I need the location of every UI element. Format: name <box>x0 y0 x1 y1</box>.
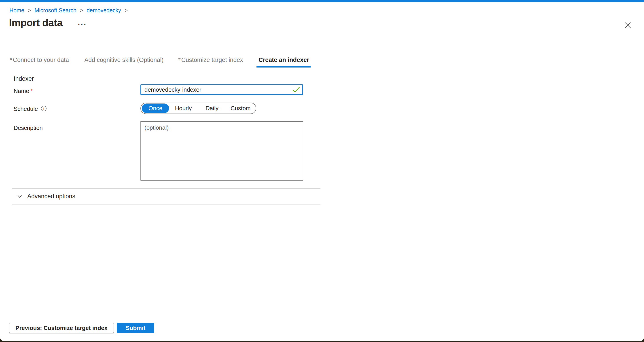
chevron-down-icon <box>16 193 23 200</box>
footer-divider <box>0 314 644 314</box>
tab-bar: *Connect to your data Add cognitive skil… <box>9 56 310 68</box>
name-field-label: Name* <box>14 88 33 94</box>
breadcrumb-separator-icon: > <box>28 7 31 14</box>
schedule-field-label: Schedule <box>14 106 38 112</box>
import-data-blade: Home > Microsoft.Search > demovedecky > … <box>0 0 644 341</box>
advanced-options-label: Advanced options <box>27 193 75 200</box>
breadcrumb-home-link[interactable]: Home <box>10 7 24 14</box>
submit-button[interactable]: Submit <box>117 323 154 333</box>
name-input-container <box>140 84 303 95</box>
tab-label: Connect to your data <box>13 56 69 63</box>
page-title: Import data <box>9 17 62 28</box>
required-asterisk: * <box>30 88 33 94</box>
tab-add-cognitive-skills[interactable]: Add cognitive skills (Optional) <box>83 56 164 68</box>
close-icon <box>624 22 632 29</box>
divider <box>12 204 320 205</box>
schedule-option-custom[interactable]: Custom <box>226 105 255 112</box>
tab-label: Customize target index <box>181 56 243 63</box>
breadcrumb-separator-icon: > <box>124 7 128 14</box>
close-button[interactable] <box>623 20 633 30</box>
schedule-option-daily[interactable]: Daily <box>198 105 226 112</box>
advanced-options-toggle[interactable]: Advanced options <box>16 193 75 200</box>
indexer-name-input[interactable] <box>140 84 303 95</box>
divider <box>12 188 320 189</box>
description-textarea[interactable] <box>140 121 303 180</box>
breadcrumb-separator-icon: > <box>80 7 83 14</box>
required-asterisk: * <box>178 56 181 63</box>
schedule-option-once[interactable]: Once <box>142 104 169 113</box>
breadcrumb: Home > Microsoft.Search > demovedecky > <box>10 7 128 14</box>
accent-bar <box>0 0 644 2</box>
tab-label: Add cognitive skills (Optional) <box>84 56 164 63</box>
description-field-label: Description <box>14 124 43 132</box>
tab-customize-target-index[interactable]: *Customize target index <box>177 56 244 68</box>
tab-label: Create an indexer <box>258 56 309 63</box>
valid-check-icon <box>292 87 300 92</box>
breadcrumb-demovedecky-link[interactable]: demovedecky <box>86 7 121 14</box>
section-heading-indexer: Indexer <box>14 75 34 82</box>
more-options-button[interactable]: ··· <box>76 19 88 29</box>
tab-connect-to-your-data[interactable]: *Connect to your data <box>9 56 70 68</box>
schedule-segmented-control: Once Hourly Daily Custom <box>140 102 256 114</box>
breadcrumb-microsoft-search-link[interactable]: Microsoft.Search <box>34 7 76 14</box>
previous-step-button[interactable]: Previous: Customize target index <box>9 323 114 333</box>
required-asterisk: * <box>10 56 12 63</box>
tab-create-an-indexer[interactable]: Create an indexer <box>257 56 310 68</box>
name-label-text: Name <box>14 88 29 94</box>
info-icon[interactable]: i <box>41 106 46 111</box>
schedule-option-hourly[interactable]: Hourly <box>169 105 198 112</box>
